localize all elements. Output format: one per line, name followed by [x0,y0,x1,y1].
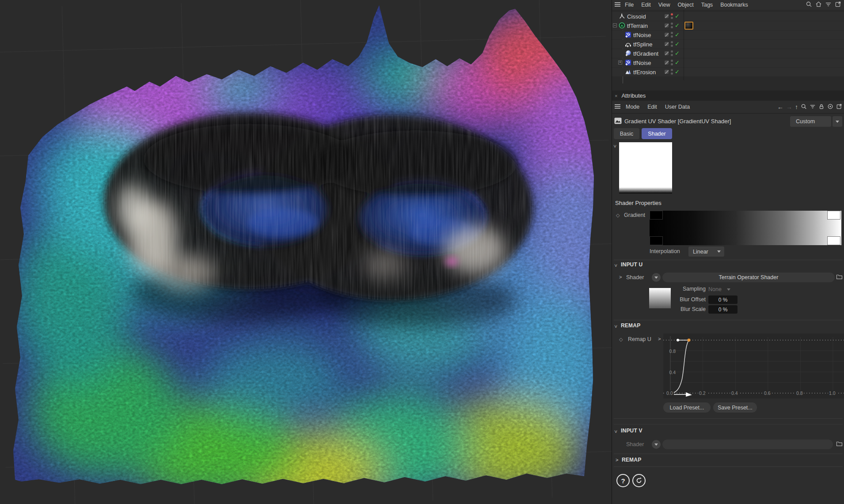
new-window-icon[interactable] [836,103,842,111]
input-u-shader-field[interactable]: Terrain Operator Shader [662,273,835,282]
sampling-dropdown[interactable]: None [708,285,738,294]
menu-file[interactable]: File [625,2,634,8]
gradient-knot-white-bottom[interactable] [827,236,840,245]
folder-icon[interactable] [836,273,843,281]
visibility-dot-top[interactable] [671,41,673,43]
search-icon[interactable] [806,1,812,9]
preset-dropdown[interactable]: Custom [790,116,831,127]
enabled-check-icon[interactable]: ✓ [675,50,680,57]
help-button[interactable]: ? [616,474,630,487]
visibility-dot-bottom[interactable] [671,72,673,75]
viewport-3d[interactable] [0,0,612,504]
shader-type-dropdown[interactable] [652,273,661,282]
layer-toggle[interactable] [665,33,669,37]
menu-view[interactable]: View [658,2,670,8]
remap-u-expand-icon[interactable]: > [658,336,661,341]
object-row-tfgradient[interactable]: tfGradient ✓ [612,49,844,58]
enabled-check-icon[interactable]: ✓ [675,68,680,75]
filter-icon[interactable] [810,103,816,111]
filter-icon[interactable] [825,1,832,9]
preset-dropdown-arrow[interactable] [833,116,842,127]
gradient-knot-black-bottom[interactable] [650,236,663,245]
save-preset-button[interactable]: Save Preset... [713,402,757,413]
attr-menu-mode[interactable]: Mode [626,104,639,110]
enabled-check-icon[interactable]: ✓ [675,22,680,29]
visibility-dot-bottom[interactable] [671,26,673,28]
lock-icon[interactable] [818,103,825,111]
shader-thumbnail[interactable] [649,288,671,308]
visibility-dot-top[interactable] [671,32,673,34]
up-icon[interactable]: ↑ [795,103,798,110]
visibility-dot-bottom[interactable] [671,63,673,65]
expand-box[interactable]: + [618,61,622,64]
noise-operator-icon [625,59,631,68]
object-row-tfnoise[interactable]: tfNoise ✓ [612,30,844,39]
input-u-collapse-icon[interactable]: > [613,264,619,267]
menu-object[interactable]: Object [678,2,694,8]
visibility-dot-bottom[interactable] [671,17,673,19]
keyframe-diamond-icon[interactable]: ◇ [616,212,620,218]
search-icon[interactable] [801,103,807,111]
object-row-tfspline[interactable]: tfSpline ✓ [612,40,844,49]
layer-toggle[interactable] [665,42,669,46]
menu-edit[interactable]: Edit [641,2,651,8]
input-v-shader-field[interactable] [662,440,833,449]
enabled-check-icon[interactable]: ✓ [675,59,680,66]
layer-toggle[interactable] [665,61,669,64]
keyframe-diamond-icon[interactable]: ◇ [619,337,623,342]
attr-menu-userdata[interactable]: User Data [665,104,690,110]
shader-preview[interactable] [619,142,672,193]
visibility-dot-top[interactable] [671,60,673,62]
layer-toggle[interactable] [665,51,669,55]
visibility-dot-top[interactable] [671,50,673,53]
collapse-box[interactable]: − [613,23,617,27]
visibility-dot-bottom[interactable] [671,35,673,38]
y-tick-label: 0.4 [664,370,677,375]
object-row-tfnoise2[interactable]: + tfNoise ✓ [612,58,844,67]
menu-bookmarks[interactable]: Bookmarks [720,2,748,8]
gradient-knot-black-top[interactable] [650,211,663,220]
visibility-dot-bottom[interactable] [671,54,673,56]
attr-menu-edit[interactable]: Edit [647,104,657,110]
enabled-check-icon[interactable]: ✓ [675,41,680,47]
layer-toggle[interactable] [665,14,669,18]
object-row-cissoid[interactable]: Cissoid ✓ [612,12,844,21]
layer-toggle[interactable] [665,70,669,74]
blur-offset-field[interactable]: 0 % [708,296,738,304]
menu-tags[interactable]: Tags [701,2,713,8]
enabled-check-icon[interactable]: ✓ [675,31,680,38]
visibility-dot-bottom[interactable] [671,45,673,47]
visibility-dot-top[interactable] [671,23,673,25]
remap-v-expand-icon[interactable]: > [616,457,618,462]
reset-button[interactable] [632,474,646,487]
back-icon[interactable]: ← [777,103,783,110]
remap-collapse-icon[interactable]: > [613,325,619,328]
hamburger-menu-icon[interactable] [615,104,620,110]
interpolation-dropdown[interactable]: Linear [688,246,724,257]
object-row-tfterrain[interactable]: − tfTerrain ✓ [612,21,844,30]
enabled-check-icon[interactable]: ✓ [675,13,680,19]
shader-expand-icon[interactable]: > [619,274,622,280]
input-v-collapse-icon[interactable]: > [613,430,619,433]
object-row-tferosion[interactable]: tfErosion ✓ [612,68,844,76]
tab-shader[interactable]: Shader [642,128,672,139]
close-icon[interactable]: × [615,93,617,99]
remap-curve-graph[interactable] [663,333,844,398]
blur-scale-field[interactable]: 0 % [708,305,738,314]
home-icon[interactable] [815,1,822,9]
tab-basic[interactable]: Basic [614,128,639,139]
load-preset-button[interactable]: Load Preset... [663,402,711,413]
texture-tag-thumbnail[interactable] [684,22,693,30]
shader-type-dropdown[interactable] [652,440,661,449]
visibility-dot-top[interactable] [671,69,673,71]
forward-icon[interactable]: → [786,103,792,110]
folder-icon[interactable] [836,440,843,448]
gradient-knot-white-top[interactable] [827,211,840,220]
layer-toggle[interactable] [665,23,669,27]
gradient-bar[interactable] [650,211,841,245]
new-window-icon[interactable] [835,1,841,9]
preview-collapse-icon[interactable]: > [612,145,618,148]
visibility-dot-top[interactable] [671,13,673,15]
hamburger-menu-icon[interactable] [615,2,620,8]
target-icon[interactable] [827,103,833,111]
